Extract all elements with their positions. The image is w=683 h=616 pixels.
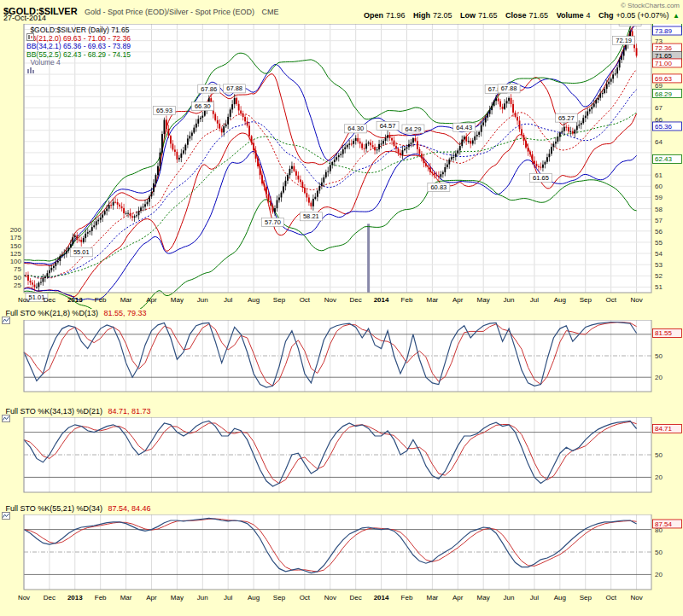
svg-text:Oct: Oct [605,296,616,304]
svg-text:Sep: Sep [580,296,593,304]
svg-text:69.63: 69.63 [655,75,673,83]
stoch3-values: 87.54, 84.46 [108,504,150,513]
svg-text:Dec: Dec [44,594,55,601]
svg-text:20: 20 [655,374,663,381]
svg-text:51: 51 [655,283,663,291]
svg-text:Aug: Aug [248,296,260,304]
svg-text:Feb: Feb [95,296,107,304]
svg-text:50: 50 [14,274,21,282]
quote-bar: Open71.96 High72.05 Low71.65 Close71.65 … [358,11,680,20]
svg-text:Nov: Nov [630,594,642,601]
svg-text:75: 75 [14,265,21,273]
svg-text:Mar: Mar [120,296,132,304]
stoch1-values: 81.55, 79.33 [103,309,146,317]
svg-text:Dec: Dec [350,296,362,304]
svg-text:Feb: Feb [401,296,413,304]
svg-text:Jul: Jul [530,296,539,304]
svg-text:71.00: 71.00 [655,60,673,67]
svg-text:72.36: 72.36 [655,44,673,52]
svg-text:Jun: Jun [197,594,208,601]
svg-text:67.86: 67.86 [201,85,217,93]
svg-text:61.65: 61.65 [533,174,549,182]
low-value: 71.65 [478,11,498,20]
svg-text:125: 125 [10,250,22,258]
high-value: 72.05 [433,11,452,20]
svg-text:Apr: Apr [452,296,464,304]
svg-text:60.83: 60.83 [430,183,447,191]
svg-text:Nov: Nov [630,296,642,304]
svg-text:Jul: Jul [530,594,539,601]
svg-text:64.30: 64.30 [347,125,364,132]
svg-text:65.93: 65.93 [156,107,172,114]
svg-text:Aug: Aug [248,594,260,601]
svg-text:100: 100 [10,258,22,265]
svg-text:87.54: 87.54 [655,520,673,528]
symbol-description: Gold - Spot Price (EOD)/Silver - Spot Pr… [85,8,254,16]
svg-text:175: 175 [10,234,22,241]
svg-text:61: 61 [655,171,663,179]
svg-text:Jul: Jul [224,296,232,304]
stoch2-header: Full STO %K(34,13) %D(21) 84.71, 81.73 [2,407,150,416]
svg-text:67.88: 67.88 [226,84,242,92]
close-value: 71.65 [529,11,549,20]
svg-text:Feb: Feb [95,594,107,601]
stoch1-label: Full STO %K(21,8) %D(13) [6,309,98,317]
svg-text:66.30: 66.30 [195,102,211,110]
svg-text:50: 50 [655,352,663,360]
svg-text:50: 50 [655,451,663,459]
svg-text:67: 67 [655,104,663,112]
svg-text:Aug: Aug [554,296,566,304]
svg-text:Nov: Nov [324,594,336,601]
svg-text:60: 60 [655,183,663,190]
svg-text:Mar: Mar [426,594,438,601]
svg-text:20: 20 [655,474,663,481]
svg-text:Aug: Aug [554,594,566,601]
svg-text:Sep: Sep [273,296,286,304]
svg-text:2014: 2014 [374,296,389,304]
svg-text:Sep: Sep [273,594,286,601]
chg-value: +0.05 (+0.07%) [616,11,669,20]
legend-main-series: $GOLD:$SILVER (Daily) 71.65 [30,26,129,34]
svg-text:55: 55 [655,239,663,247]
svg-text:Dec: Dec [44,296,55,304]
svg-text:84.71: 84.71 [655,425,673,433]
volume-spike-bar [367,224,370,293]
svg-text:Nov: Nov [324,296,336,304]
stoch1-header: Full STO %K(21,8) %D(13) 81.55, 79.33 [2,309,146,317]
stoch3-header: Full STO %K(55,21) %D(34) 87.54, 84.46 [2,504,150,513]
chart-date: 27-Oct-2014 [3,14,46,22]
svg-text:May: May [171,594,184,601]
svg-text:58.21: 58.21 [303,212,319,220]
svg-text:69: 69 [655,82,663,90]
svg-text:81.55: 81.55 [655,329,673,337]
svg-text:54: 54 [655,250,663,258]
svg-text:64.43: 64.43 [456,124,472,131]
svg-text:59: 59 [655,194,663,201]
svg-text:25: 25 [14,282,21,289]
svg-text:Oct: Oct [300,296,311,304]
svg-text:Apr: Apr [146,296,157,304]
svg-text:May: May [171,296,184,304]
svg-text:Jun: Jun [504,296,515,304]
svg-text:Nov: Nov [18,296,30,304]
svg-text:65.36: 65.36 [655,123,673,131]
svg-text:52: 52 [655,272,663,280]
svg-text:57: 57 [655,217,663,224]
copyright-text: © StockCharts.com [621,2,680,9]
svg-text:Oct: Oct [300,594,311,601]
svg-text:Mar: Mar [426,296,438,304]
svg-text:64.29: 64.29 [406,125,422,133]
svg-text:Apr: Apr [146,594,157,601]
svg-text:May: May [477,296,490,304]
svg-text:73.89: 73.89 [655,27,673,35]
svg-text:72.19: 72.19 [616,37,632,44]
svg-text:58: 58 [655,206,663,213]
stoch2-canvas: 502084.71 [0,417,683,496]
volume-label: Volume [557,11,584,20]
chart-header: © StockCharts.com $GOLD:$SILVER Gold - S… [0,0,683,24]
open-label: Open [364,11,383,20]
svg-text:Feb: Feb [401,594,413,601]
svg-text:Apr: Apr [452,594,464,601]
svg-text:64: 64 [655,138,663,146]
open-value: 71.96 [386,11,406,20]
